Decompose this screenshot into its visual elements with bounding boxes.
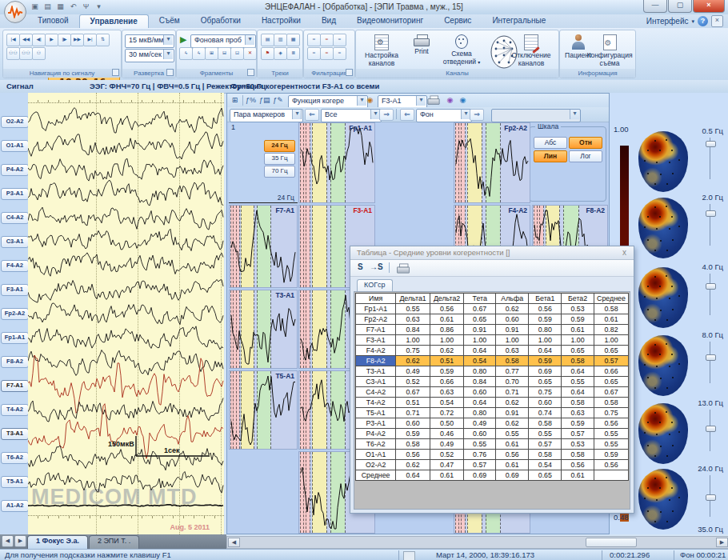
table-view-icon[interactable]: ⊞ [230, 95, 240, 105]
track-add-button[interactable]: ▤ [261, 34, 274, 46]
track-flag-button[interactable]: ⚑ [261, 47, 274, 60]
filter-custom-button[interactable]: ≈ [307, 47, 321, 60]
slider-thumb[interactable] [706, 426, 716, 432]
filter-notch-button[interactable]: ≈ [333, 34, 346, 46]
goto-start-button[interactable]: |◀ [6, 34, 20, 46]
fragment-merge-button[interactable]: ⊞ [205, 47, 218, 60]
channel-label-O2-A2[interactable]: O2-A2 [1, 116, 29, 128]
quick-undo-icon[interactable]: ↶ [67, 2, 79, 12]
goto-end-button[interactable]: ▶| [83, 34, 97, 46]
quick-access-chevron-icon[interactable]: ▾ [93, 2, 105, 12]
marker-pair-left-button[interactable]: ⚇⚇ [6, 47, 20, 60]
fragment-split-button[interactable]: ⊟ [218, 47, 231, 60]
fragment-delete-button[interactable]: ✕ [243, 47, 257, 60]
table-print-icon[interactable] [397, 264, 410, 274]
plot-cell-Fp2-A2[interactable]: Fp2-A2 [454, 122, 530, 203]
dialog-launcher-icon[interactable] [166, 69, 174, 76]
quick-antenna-icon[interactable]: Ψ [80, 2, 92, 12]
signal-tab-2 ЭПИ Т. .[interactable]: 2 ЭПИ Т. . [89, 535, 139, 549]
slider-thumb[interactable] [706, 354, 716, 361]
next-range-button[interactable]: ⇒ [379, 109, 394, 121]
plot-cell-T3-A1[interactable]: T3-A1 [229, 290, 298, 369]
channel-label-T5-A1[interactable]: T5-A1 [1, 476, 29, 488]
eeg-signal-area[interactable]: MEDICOM MTD 150мкВ1сек Aug. 5 2011 [28, 93, 224, 534]
table-row-C4-A2[interactable]: C4-A20.670.630.600.710.750.640.67 [356, 387, 629, 398]
fragment-select[interactable]: Фоновая проб [190, 34, 256, 48]
track-export-button[interactable]: ▥ [274, 34, 287, 46]
interface-menu-label[interactable]: Интерфейс [646, 17, 689, 26]
table-row-F4-A2[interactable]: F4-A20.750.620.640.630.640.650.65 [356, 346, 629, 356]
interface-menu[interactable]: Интерфейс▾ ? × [646, 15, 723, 27]
tab-scroll-right-icon[interactable]: ▶ [14, 535, 26, 547]
window-close-button[interactable]: × [693, 0, 725, 13]
freq-button-35 Гц[interactable]: 35 Гц [264, 153, 295, 165]
spectrum-graph-icon[interactable]: ƒ▤ [259, 95, 270, 105]
table-row-Fp2-A2[interactable]: Fp2-A20.630.610.650.600.590.590.61 [356, 314, 629, 325]
quick-copy-icon[interactable]: ▦ [54, 2, 66, 12]
step-back-button[interactable]: ◀| [32, 34, 46, 46]
track-list-button[interactable]: ≣ [286, 47, 300, 60]
fragment-cut2-button[interactable]: ϟ [192, 47, 206, 60]
table-row-P3-A1[interactable]: P3-A10.600.500.490.620.580.590.56 [356, 418, 629, 429]
marker-single-button[interactable]: ⚇ [32, 47, 46, 60]
frequency-slider-24.0 Гц[interactable] [706, 475, 715, 517]
scale-button-Абс[interactable]: Абс [534, 137, 567, 149]
table-row-O1-A1[interactable]: O1-A10.560.520.760.560.580.580.59 [356, 450, 629, 460]
table-row-T5-A1[interactable]: T5-A10.710.720.800.910.740.630.75 [356, 408, 629, 418]
extra-select[interactable] [491, 109, 581, 122]
freq-button-70 Гц[interactable]: 70 Гц [264, 166, 295, 178]
map-view-icon[interactable]: ◉ [445, 95, 455, 105]
table-row-T4-A2[interactable]: T4-A20.510.540.640.620.600.580.58 [356, 398, 629, 408]
slider-thumb[interactable] [706, 210, 716, 217]
swap-order-button[interactable]: ⇅ [96, 34, 110, 46]
marker-pair-select[interactable]: Пара маркеров [230, 109, 303, 122]
speed-select[interactable]: 30 мм/сек [125, 49, 174, 62]
channel-label-P4-A2[interactable]: P4-A2 [1, 164, 29, 176]
range-select[interactable]: Все [321, 109, 382, 122]
menu-tab-Интегральные[interactable]: Интегральные [482, 14, 556, 28]
table-window-title[interactable]: Таблица - Средние уровни когерентности [… [350, 246, 634, 260]
scroll-right-icon[interactable]: ▶ [716, 538, 728, 547]
frequency-slider-13.0 Гц[interactable] [706, 410, 715, 451]
channel-label-C3-A1[interactable]: C3-A1 [1, 236, 29, 248]
menu-tab-Настройки[interactable]: Настройки [251, 14, 311, 28]
track-zero-button[interactable]: ▦ [286, 34, 300, 46]
channel-label-F7-A1[interactable]: F7-A1 [1, 380, 29, 392]
help-icon[interactable]: ? [698, 16, 708, 26]
to-s-button[interactable]: →S [370, 262, 383, 271]
fast-back-button[interactable]: ◀◀ [19, 34, 33, 46]
slider-thumb[interactable] [706, 141, 716, 147]
filter-off-button[interactable]: ≈ [320, 47, 334, 60]
app-logo-icon[interactable] [4, 1, 26, 23]
plot-cell-Fp1-A1[interactable]: Fp1-A1 [298, 122, 375, 203]
plot-cell-T5-A1[interactable]: T5-A1 [229, 370, 298, 450]
freq-button-24 Гц[interactable]: 24 Гц [264, 140, 295, 152]
signal-tab-1 Фокус Э.а.[interactable]: 1 Фокус Э.а. [27, 535, 88, 549]
fast-forward-button[interactable]: ▶▶ [70, 34, 84, 46]
channel-pair-icon[interactable]: ◉ [365, 95, 375, 105]
window-minimize-button[interactable]: — [643, 0, 667, 13]
channel-label-Fp2-A2[interactable]: Fp2-A2 [1, 308, 29, 320]
frequency-slider-2.0 Гц[interactable] [706, 204, 715, 246]
filter-lowpass-button[interactable]: ≈ [307, 34, 321, 46]
close-document-icon[interactable]: × [711, 15, 723, 27]
next-fragment-button[interactable]: ⇒ [470, 109, 484, 121]
table-row-P4-A2[interactable]: P4-A20.590.460.600.550.550.570.55 [356, 429, 629, 439]
menu-tab-Обработки[interactable]: Обработки [190, 14, 251, 28]
play-button[interactable]: ▶ [45, 34, 58, 46]
table-row-C3-A1[interactable]: C3-A10.520.660.840.700.650.550.65 [356, 377, 629, 387]
channel-label-C4-A2[interactable]: C4-A2 [1, 212, 29, 224]
frequency-slider-0.5 Гц[interactable] [706, 138, 715, 179]
scale-button-Лог[interactable]: Лог [569, 150, 602, 162]
table-row-Fp1-A1[interactable]: Fp1-A10.550.560.670.620.560.530.58 [356, 304, 629, 314]
marker-pair-both-button[interactable]: ⚇⚇ [19, 47, 33, 60]
table-close-icon[interactable]: x [619, 248, 630, 258]
horizontal-scrollbar[interactable]: ◀ ▶ [226, 536, 728, 549]
coherence-table[interactable]: ИмяДельта1Дельта2ТетаАльфаБета1Бета2Сред… [355, 293, 629, 481]
table-row-F8-A2[interactable]: F8-A20.620.510.540.580.590.580.57 [356, 356, 629, 366]
scrollbar-thumb[interactable] [586, 538, 637, 547]
filter-auto-button[interactable]: ≈ [333, 47, 346, 60]
prev-range-button[interactable]: ⇐ [305, 109, 319, 121]
channel-label-F3-A1[interactable]: F3-A1 [1, 284, 29, 296]
scale-button-Лин[interactable]: Лин [534, 150, 567, 162]
